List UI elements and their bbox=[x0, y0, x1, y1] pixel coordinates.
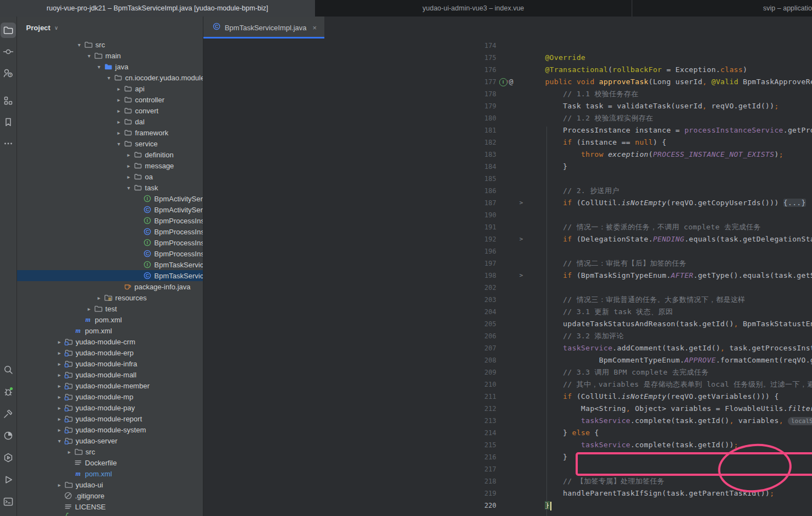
chevron-down-icon[interactable]: ▾ bbox=[85, 53, 94, 59]
tree-item-oa[interactable]: ▸oa bbox=[17, 171, 203, 182]
tree-item-partial[interactable] bbox=[17, 512, 203, 516]
chevron-down-icon[interactable]: ▾ bbox=[55, 438, 64, 444]
fold-arrow-icon[interactable]: > bbox=[520, 197, 523, 209]
search-icon[interactable] bbox=[1, 362, 16, 377]
tree-item-definition[interactable]: ▸definition bbox=[17, 149, 203, 160]
commit-icon[interactable] bbox=[1, 44, 16, 59]
chevron-right-icon[interactable]: ▸ bbox=[114, 119, 124, 125]
close-icon[interactable]: × bbox=[313, 24, 317, 32]
chevron-right-icon[interactable]: ▸ bbox=[124, 174, 134, 180]
tree-item-package-info.java[interactable]: package-info.java bbox=[17, 281, 203, 292]
tree-item-yudao-module-infra[interactable]: ▸yudao-module-infra bbox=[17, 358, 203, 369]
chevron-down-icon[interactable]: ▾ bbox=[124, 185, 134, 191]
folded-region[interactable]: {...} bbox=[783, 199, 806, 207]
chevron-right-icon[interactable]: ▸ bbox=[85, 306, 94, 312]
tree-item-yudao-module-member[interactable]: ▸yudao-module-member bbox=[17, 380, 203, 391]
tree-item-bpmprocessinstanceservice[interactable]: IBpmProcessInstanceService bbox=[17, 237, 203, 248]
tree-item-service[interactable]: ▾service bbox=[17, 138, 203, 149]
tree-item-yudao-module-pay[interactable]: ▸yudao-module-pay bbox=[17, 402, 203, 413]
tree-item-test[interactable]: ▸test bbox=[17, 303, 203, 314]
tree-item-bpmprocessinstancecopyservice[interactable]: IBpmProcessInstanceCopyService bbox=[17, 215, 203, 226]
tree-item-yudao-module-system[interactable]: ▸yudao-module-system bbox=[17, 424, 203, 435]
code-line-177[interactable]: 177I↑@ public void approveTask(Long user… bbox=[203, 76, 812, 88]
tree-item-dockerfile[interactable]: Dockerfile bbox=[17, 457, 203, 468]
chevron-right-icon[interactable]: ▸ bbox=[55, 350, 64, 356]
code-line-213[interactable]: 213 taskService.complete(task.getId(), v… bbox=[203, 415, 812, 427]
tree-item-resources[interactable]: ▸resources bbox=[17, 292, 203, 303]
window-tab-2[interactable]: svip – applicatio bbox=[632, 0, 812, 17]
implements-icon[interactable]: I↑ bbox=[499, 78, 507, 86]
code-line-218[interactable]: 218 // 【加签专属】处理加签任务 bbox=[203, 475, 812, 487]
code-line-192[interactable]: 192> if (DelegationState.PENDING.equals(… bbox=[203, 233, 812, 245]
tree-item-bpmactivityservice[interactable]: IBpmActivityService bbox=[17, 193, 203, 204]
tree-item-pom.xml[interactable]: mpom.xml bbox=[17, 314, 203, 325]
tree-item-bpmprocessinstanceserviceimpl[interactable]: CBpmProcessInstanceServiceImpl bbox=[17, 248, 203, 259]
chevron-right-icon[interactable]: ▸ bbox=[55, 405, 64, 411]
tree-item-cn.iocoder.yudao.module.bpm[interactable]: ▾cn.iocoder.yudao.module.bpm bbox=[17, 72, 203, 83]
tree-item-src[interactable]: ▾src bbox=[17, 39, 203, 50]
tree-item-yudao-server[interactable]: ▾yudao-server bbox=[17, 435, 203, 446]
code-line-183[interactable]: 183 throw exception(PROCESS_INSTANCE_NOT… bbox=[203, 149, 812, 161]
chevron-right-icon[interactable]: ▸ bbox=[95, 295, 104, 301]
code-line-219[interactable]: 219 handleParentTaskIfSign(task.getParen… bbox=[203, 487, 812, 499]
tree-item-.gitignore[interactable]: .gitignore bbox=[17, 490, 203, 501]
code-line-185[interactable]: 185 bbox=[203, 173, 812, 185]
run-icon[interactable] bbox=[1, 472, 16, 487]
chevron-right-icon[interactable]: ▸ bbox=[55, 427, 64, 433]
project-folder-icon[interactable] bbox=[1, 23, 16, 38]
code-line-204[interactable]: 204 // 3.1 更新 task 状态、原因 bbox=[203, 306, 812, 318]
code-line-217[interactable]: 217 bbox=[203, 463, 812, 475]
fold-arrow-icon[interactable]: > bbox=[520, 270, 523, 282]
code-line-176[interactable]: 176 @Transactional(rollbackFor = Excepti… bbox=[203, 64, 812, 76]
code-line-179[interactable]: 179 Task task = validateTask(userId, req… bbox=[203, 100, 812, 112]
tree-item-api[interactable]: ▸api bbox=[17, 83, 203, 94]
tree-item-bpmprocessinstancecopyserviceimpl[interactable]: CBpmProcessInstanceCopyServiceImpl bbox=[17, 226, 203, 237]
tree-item-yudao-module-erp[interactable]: ▸yudao-module-erp bbox=[17, 347, 203, 358]
tree-item-yudao-module-mp[interactable]: ▸yudao-module-mp bbox=[17, 391, 203, 402]
tree-item-yudao-module-mall[interactable]: ▸yudao-module-mall bbox=[17, 369, 203, 380]
tree-item-java[interactable]: ▾java bbox=[17, 61, 203, 72]
code-line-207[interactable]: 207 taskService.addComment(task.getId(),… bbox=[203, 342, 812, 354]
code-line-216[interactable]: 216 } bbox=[203, 451, 812, 463]
pull-requests-icon[interactable]: ? bbox=[1, 65, 16, 81]
tree-item-controller[interactable]: ▸controller bbox=[17, 94, 203, 105]
code-line-208[interactable]: 208 BpmCommentTypeEnum.APPROVE.formatCom… bbox=[203, 354, 812, 366]
code-line-190[interactable]: 190 bbox=[203, 209, 812, 221]
chevron-right-icon[interactable]: ▸ bbox=[55, 383, 64, 389]
chevron-down-icon[interactable]: ▾ bbox=[104, 75, 114, 81]
tree-item-convert[interactable]: ▸convert bbox=[17, 105, 203, 116]
editor-tab-bpmtaskserviceimpl[interactable]: C BpmTaskServiceImpl.java × bbox=[203, 17, 324, 39]
tree-item-pom.xml[interactable]: mpom.xml bbox=[17, 468, 203, 479]
code-line-174[interactable]: 174 bbox=[203, 40, 812, 52]
chevron-right-icon[interactable]: ▸ bbox=[114, 97, 124, 103]
chevron-down-icon[interactable]: ▾ bbox=[114, 141, 124, 147]
chevron-right-icon[interactable]: ▸ bbox=[55, 361, 64, 367]
build-icon[interactable] bbox=[1, 406, 16, 421]
code-line-215[interactable]: 215 taskService.complete(task.getId()); bbox=[203, 439, 812, 451]
code-line-184[interactable]: 184 } bbox=[203, 161, 812, 173]
chevron-right-icon[interactable]: ▸ bbox=[65, 449, 74, 455]
bug-icon[interactable] bbox=[1, 384, 16, 399]
gutter-icons[interactable]: I↑@ bbox=[499, 76, 526, 88]
bookmarks-icon[interactable] bbox=[1, 114, 16, 130]
tree-item-bpmtaskservice[interactable]: IBpmTaskService bbox=[17, 259, 203, 270]
window-tab-0[interactable]: ruoyi-vue-pro-jdk21 – BpmTaskServiceImpl… bbox=[0, 0, 315, 17]
code-line-203[interactable]: 203 // 情况三：审批普通的任务。大多数情况下，都是这样 bbox=[203, 294, 812, 306]
chevron-right-icon[interactable]: ▸ bbox=[55, 372, 64, 378]
chevron-right-icon[interactable]: ▸ bbox=[114, 86, 124, 92]
tree-item-main[interactable]: ▾main bbox=[17, 50, 203, 61]
chevron-right-icon[interactable]: ▸ bbox=[55, 416, 64, 422]
code-line-205[interactable]: 205 updateTaskStatusAndReason(task.getId… bbox=[203, 318, 812, 330]
chevron-right-icon[interactable]: ▸ bbox=[114, 108, 124, 114]
code-line-211[interactable]: 211 if (CollUtil.isNotEmpty(reqVO.getVar… bbox=[203, 391, 812, 403]
code-line-186[interactable]: 186 // 2. 抄送用户 bbox=[203, 185, 812, 197]
tree-item-dal[interactable]: ▸dal bbox=[17, 116, 203, 127]
code-line-197[interactable]: 197 // 情况二：审批有【后】加签的任务 bbox=[203, 257, 812, 270]
chevron-right-icon[interactable]: ▸ bbox=[124, 152, 134, 158]
code-line-206[interactable]: 206 // 3.2 添加评论 bbox=[203, 330, 812, 342]
code-line-196[interactable]: 196 bbox=[203, 245, 812, 257]
code-line-187[interactable]: 187> if (CollUtil.isNotEmpty(reqVO.getCo… bbox=[203, 197, 812, 209]
code-line-220[interactable]: 220 } bbox=[203, 499, 812, 512]
chevron-right-icon[interactable]: ▸ bbox=[114, 130, 124, 136]
code-line-214[interactable]: 214 } else { bbox=[203, 427, 812, 439]
